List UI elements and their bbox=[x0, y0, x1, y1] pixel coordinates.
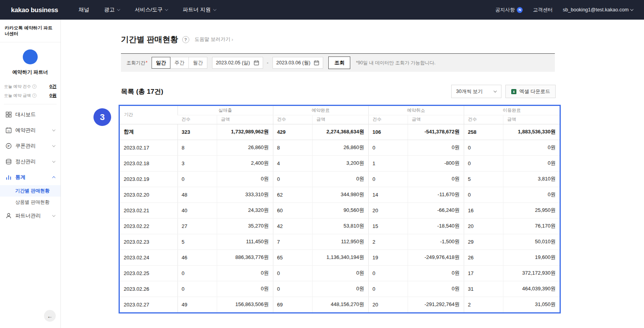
help-center-link[interactable]: 고객센터 bbox=[533, 7, 553, 13]
col-group-header: 예약완료 bbox=[273, 106, 368, 115]
notice-link[interactable]: 공지사항 N bbox=[495, 7, 523, 13]
search-button[interactable]: 조회 bbox=[328, 56, 350, 69]
cell-amount: 76,170원 bbox=[503, 218, 560, 234]
date-from-input[interactable]: 2023.02.05 (일) bbox=[212, 57, 263, 69]
cell-amount: -800원 bbox=[408, 155, 464, 171]
sidebar-item-stats[interactable]: 통계 bbox=[0, 169, 60, 185]
cell-amount: 1,732,989,962원 bbox=[217, 124, 273, 140]
new-badge: N bbox=[517, 7, 523, 13]
sidebar-item-dashboard[interactable]: 대시보드 bbox=[0, 107, 60, 122]
chevron-right-icon: › bbox=[232, 36, 233, 42]
date-separator: - bbox=[267, 60, 269, 66]
sidebar-item-settlement[interactable]: 정산관리 bbox=[0, 154, 60, 169]
table-row: 2023.02.2749156,863,506원69448,156,270원20… bbox=[120, 297, 560, 312]
help-icon[interactable]: ? bbox=[32, 93, 37, 98]
topnav-item-3[interactable]: 파트너 지원 bbox=[183, 6, 216, 13]
cell-amount: 0원 bbox=[503, 155, 560, 171]
account-menu[interactable]: sb_booking1@test.kakao.com bbox=[563, 7, 633, 13]
stat-value-link[interactable]: 0건 bbox=[49, 84, 57, 89]
avatar[interactable] bbox=[23, 49, 38, 64]
page-title: 기간별 판매현황 bbox=[121, 34, 178, 45]
table-row: 2023.02.214024,320원6090,560원20-66,240원16… bbox=[120, 202, 560, 218]
cell-amount: 35,270원 bbox=[217, 218, 273, 234]
calendar-icon[interactable] bbox=[314, 60, 319, 66]
topnav-item-1[interactable]: 광고 bbox=[104, 6, 120, 13]
cell-count: 0 bbox=[368, 140, 408, 155]
cell-count: 19 bbox=[368, 250, 408, 265]
cell-period: 2023.02.17 bbox=[120, 140, 177, 155]
cell-amount: -66,240원 bbox=[408, 202, 464, 218]
page-size-select[interactable]: 30개씩 보기 bbox=[451, 85, 501, 98]
annotated-table-region: 기간실매출예약완료예약취소이용완료건수금액건수금액건수금액건수금액합계3231,… bbox=[119, 105, 561, 313]
person-icon bbox=[5, 213, 12, 219]
period-option-button[interactable]: 월간 bbox=[188, 57, 207, 69]
sidebar-item-booking[interactable]: 31예약관리 bbox=[0, 122, 60, 138]
period-option-button[interactable]: 일간 bbox=[152, 57, 170, 69]
cell-amount: 344,980원 bbox=[312, 187, 368, 202]
kakao-business-logo[interactable]: kakao business bbox=[11, 6, 58, 14]
period-option-button[interactable]: 주간 bbox=[170, 57, 189, 69]
sidebar-item-coupon[interactable]: P쿠폰관리 bbox=[0, 138, 60, 154]
col-header-period: 기간 bbox=[120, 106, 177, 124]
sidebar-item-partner[interactable]: 파트너관리 bbox=[0, 208, 60, 224]
col-subheader: 금액 bbox=[408, 115, 464, 124]
cell-amount: -249,976,418원 bbox=[408, 250, 464, 265]
help-icon[interactable]: ? bbox=[32, 84, 37, 89]
sidebar-item-label: 쿠폰관리 bbox=[15, 142, 49, 149]
cell-count: 15 bbox=[368, 218, 408, 234]
topnav-item-label: 서비스/도구 bbox=[135, 6, 163, 13]
cell-amount: 0원 bbox=[312, 281, 368, 297]
sidebar-subitem[interactable]: 기간별 판매현황 bbox=[0, 185, 60, 197]
help-guide-link[interactable]: 도움말 보러가기 › bbox=[195, 36, 233, 43]
notice-label: 공지사항 bbox=[495, 7, 515, 13]
date-to-input[interactable]: 2023.03.06 (월) bbox=[273, 57, 324, 69]
cell-count: 258 bbox=[464, 124, 503, 140]
table-row: 2023.02.235111,450원7112,950원2-1,500원2950… bbox=[120, 234, 560, 250]
sidebar-item-label: 정산관리 bbox=[15, 158, 49, 165]
cell-amount: 0원 bbox=[217, 281, 273, 297]
required-mark: * bbox=[146, 60, 148, 66]
stat-value-link[interactable]: 0원 bbox=[49, 93, 57, 98]
topnav-item-0[interactable]: 채널 bbox=[79, 6, 89, 13]
help-icon[interactable]: ? bbox=[182, 36, 189, 43]
cell-period: 2023.02.18 bbox=[120, 155, 177, 171]
cell-count: 17 bbox=[464, 265, 503, 281]
cell-count: 0 bbox=[177, 265, 217, 281]
sidebar-subitem[interactable]: 상품별 판매현황 bbox=[0, 197, 60, 208]
sidebar: 카카오톡 예약하기 파트너센터 예약하기 파트너 오늘 예약 건수?0건오늘 예… bbox=[0, 20, 61, 328]
chevron-down-icon bbox=[165, 7, 168, 11]
date-to-value: 2023.03.06 (월) bbox=[276, 60, 311, 66]
topnav-item-label: 채널 bbox=[79, 6, 89, 13]
collapse-sidebar-button[interactable]: ← bbox=[44, 310, 56, 322]
sidebar-menu: 대시보드31예약관리P쿠폰관리정산관리통계기간별 판매현황상품별 판매현황파트너… bbox=[0, 107, 60, 224]
cell-count: 31 bbox=[464, 281, 503, 297]
cell-count: 7 bbox=[273, 234, 312, 250]
cell-count: 0 bbox=[368, 171, 408, 187]
cell-count: 62 bbox=[273, 187, 312, 202]
sidebar-item-label: 대시보드 bbox=[15, 111, 55, 118]
cell-count: 20 bbox=[368, 202, 408, 218]
annotation-step-badge: 3 bbox=[93, 108, 111, 126]
cell-count: 4 bbox=[273, 155, 312, 171]
sidebar-item-label: 파트너관리 bbox=[15, 212, 49, 219]
excel-download-button[interactable]: X 엑셀 다운로드 bbox=[505, 85, 556, 98]
list-controls: 30개씩 보기 X 엑셀 다운로드 bbox=[451, 85, 556, 98]
cell-amount: 0원 bbox=[408, 171, 464, 187]
cell-amount: 372,172,930원 bbox=[503, 265, 560, 281]
topnav-item-2[interactable]: 서비스/도구 bbox=[135, 6, 168, 13]
period-label: 조회기간 bbox=[126, 60, 145, 66]
cell-amount: -291,292,764원 bbox=[408, 297, 464, 312]
cell-count: 20 bbox=[368, 297, 408, 312]
cell-count: 0 bbox=[368, 265, 408, 281]
cell-amount: 3,810원 bbox=[503, 171, 560, 187]
list-title: 목록 (총 17건) bbox=[121, 87, 163, 96]
chevron-down-icon bbox=[117, 7, 120, 11]
topnav-right: 공지사항 N 고객센터 sb_booking1@test.kakao.com bbox=[495, 7, 633, 13]
cell-amount: 26,860원 bbox=[217, 140, 273, 155]
cell-amount: 2,400원 bbox=[217, 155, 273, 171]
cell-amount: 0원 bbox=[408, 265, 464, 281]
filter-label: 조회기간* bbox=[126, 60, 148, 66]
cell-amount: 25,950원 bbox=[503, 202, 560, 218]
calendar-icon[interactable] bbox=[254, 60, 259, 66]
cell-amount: 1,883,536,330원 bbox=[503, 124, 560, 140]
